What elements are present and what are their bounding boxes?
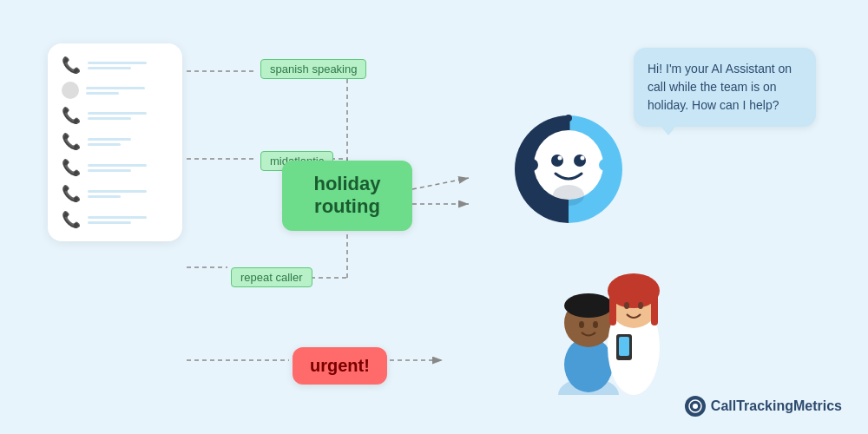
phone-row-1: 📞	[62, 56, 168, 75]
svg-point-28	[526, 159, 538, 171]
brand-icon	[685, 396, 706, 417]
svg-point-43	[638, 302, 643, 309]
line	[88, 62, 147, 64]
line	[86, 87, 145, 89]
svg-point-30	[553, 185, 584, 206]
people-illustration	[538, 260, 677, 391]
phone-lines-2	[86, 87, 145, 95]
line	[88, 169, 131, 172]
svg-rect-41	[651, 291, 658, 326]
phone-row-6: 📞	[62, 184, 168, 203]
holiday-routing-box: holiday routing	[282, 161, 412, 231]
spanish-speaking-tag: spanish speaking	[260, 59, 366, 79]
phone-icon-7: 📞	[62, 210, 81, 229]
line	[88, 138, 131, 141]
phone-row-4: 📞	[62, 132, 168, 151]
phone-lines-5	[88, 164, 147, 172]
phone-panel: 📞 📞 📞	[48, 43, 182, 241]
svg-point-29	[599, 159, 611, 171]
brand-logo: CallTrackingMetrics	[685, 396, 842, 417]
main-container: 📞 📞 📞	[0, 0, 868, 434]
svg-point-22	[551, 155, 563, 167]
line	[88, 164, 147, 167]
speech-bubble: Hi! I'm your AI Assistant on call while …	[634, 48, 816, 127]
phone-row-7: 📞	[62, 210, 168, 229]
svg-point-36	[593, 321, 598, 328]
phone-lines-1	[88, 62, 147, 69]
phone-lines-6	[88, 190, 147, 198]
phone-icon-5: 📞	[62, 158, 81, 177]
line	[88, 112, 147, 115]
phone-row-5: 📞	[62, 158, 168, 177]
svg-point-25	[581, 156, 585, 161]
line	[88, 143, 121, 146]
line	[88, 117, 131, 120]
phone-icon-3: 📞	[62, 106, 81, 125]
phone-lines-4	[88, 138, 131, 146]
brand-name: CallTrackingMetrics	[711, 398, 842, 414]
phone-lines-3	[88, 112, 147, 120]
repeat-caller-tag: repeat caller	[231, 267, 312, 287]
line	[86, 92, 119, 95]
line	[88, 190, 147, 193]
phone-row-3: 📞	[62, 106, 168, 125]
phone-icon-4: 📞	[62, 132, 81, 151]
svg-rect-45	[619, 337, 629, 356]
line	[88, 221, 131, 224]
phone-row-2	[62, 82, 168, 99]
svg-point-24	[558, 156, 562, 161]
ai-robot	[512, 113, 625, 226]
svg-point-35	[579, 321, 584, 328]
phone-lines-7	[88, 216, 147, 224]
line	[88, 195, 121, 198]
phone-icon-6: 📞	[62, 184, 81, 203]
svg-point-42	[624, 302, 629, 309]
chat-icon	[62, 82, 79, 99]
line	[88, 67, 131, 69]
svg-point-23	[574, 155, 586, 167]
svg-line-9	[412, 178, 469, 189]
urgent-box: urgent!	[293, 347, 387, 385]
svg-rect-40	[609, 291, 616, 326]
line	[88, 216, 147, 219]
speech-text: Hi! I'm your AI Assistant on call while …	[648, 62, 792, 112]
phone-icon-1: 📞	[62, 56, 81, 75]
svg-point-47	[693, 404, 698, 409]
svg-point-27	[565, 115, 572, 122]
svg-point-34	[564, 293, 613, 318]
